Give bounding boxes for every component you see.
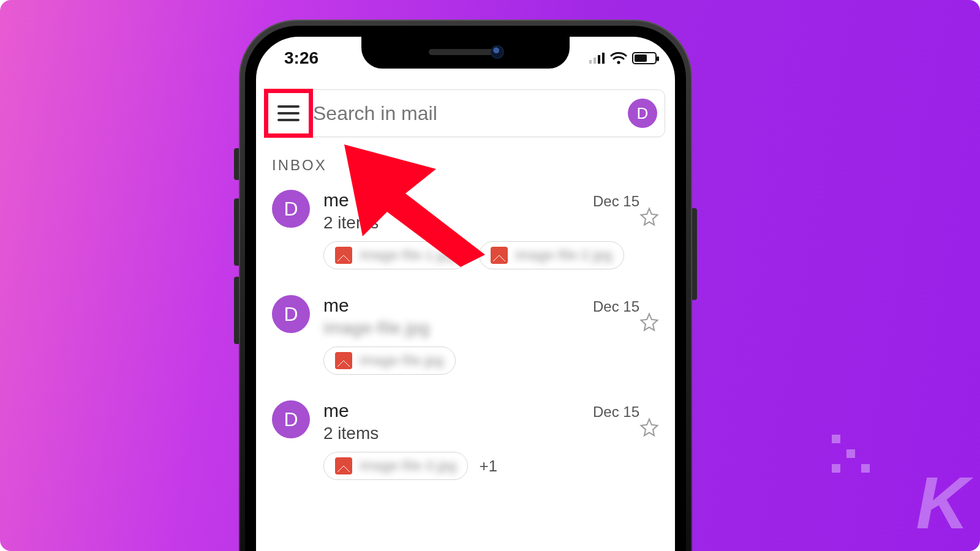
sender-name: me bbox=[323, 400, 349, 421]
attachment-name: image-file-2.jpg bbox=[515, 247, 612, 263]
email-row[interactable]: D me Dec 15 image-file.jpg image-file.jp… bbox=[268, 288, 663, 393]
sender-avatar: D bbox=[272, 190, 310, 228]
svg-point-4 bbox=[617, 61, 620, 64]
email-date: Dec 15 bbox=[593, 193, 639, 210]
search-bar[interactable]: D bbox=[266, 89, 665, 137]
svg-marker-8 bbox=[344, 144, 485, 267]
sender-avatar: D bbox=[272, 400, 310, 438]
status-bar: 3:26 bbox=[256, 37, 675, 73]
attachment-more: +1 bbox=[479, 457, 497, 476]
star-button[interactable] bbox=[639, 418, 659, 437]
email-snippet: 2 items bbox=[323, 424, 639, 443]
annotation-arrow bbox=[344, 144, 503, 267]
svg-rect-2 bbox=[598, 55, 600, 64]
watermark-dots bbox=[832, 435, 870, 473]
svg-rect-1 bbox=[594, 58, 596, 64]
sender-avatar: D bbox=[272, 295, 310, 333]
menu-button[interactable] bbox=[266, 91, 311, 135]
svg-rect-0 bbox=[589, 60, 592, 64]
image-icon bbox=[335, 352, 352, 369]
phone-frame: 3:26 bbox=[239, 20, 692, 551]
wifi-icon bbox=[610, 51, 627, 65]
status-time: 3:26 bbox=[284, 48, 318, 68]
annotation-highlight-box bbox=[264, 89, 313, 138]
watermark: K bbox=[916, 460, 965, 545]
email-date: Dec 15 bbox=[593, 298, 639, 315]
stage: 3:26 bbox=[0, 0, 980, 551]
email-date: Dec 15 bbox=[593, 403, 639, 421]
search-input[interactable] bbox=[311, 102, 628, 125]
attachment-chip[interactable]: image-file-3.jpg bbox=[323, 452, 468, 480]
section-label: INBOX bbox=[272, 157, 327, 174]
star-button[interactable] bbox=[639, 312, 659, 332]
attachment-chip[interactable]: image-file.jpg bbox=[323, 347, 456, 375]
email-snippet: image-file.jpg bbox=[323, 318, 639, 338]
battery-icon bbox=[632, 52, 657, 64]
star-button[interactable] bbox=[639, 207, 659, 227]
attachment-name: image-file-3.jpg bbox=[360, 458, 456, 474]
svg-rect-3 bbox=[602, 53, 605, 64]
image-icon bbox=[335, 457, 352, 474]
phone-screen: 3:26 bbox=[256, 37, 675, 551]
cellular-icon bbox=[589, 53, 605, 64]
email-row[interactable]: D me Dec 15 2 items image-file-3.jpg +1 bbox=[268, 393, 663, 498]
account-avatar[interactable]: D bbox=[628, 99, 657, 128]
attachment-name: image-file.jpg bbox=[360, 353, 444, 369]
sender-name: me bbox=[323, 295, 349, 316]
